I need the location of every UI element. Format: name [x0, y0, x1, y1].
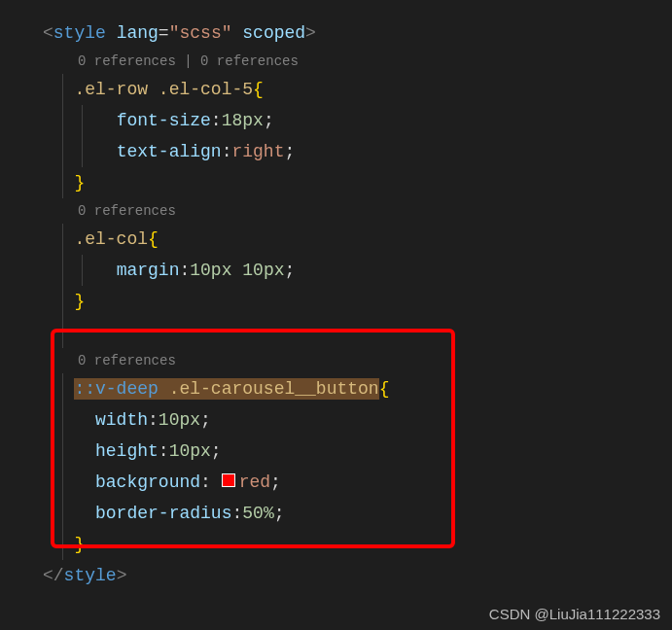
- codelens-references[interactable]: 0 references | 0 references: [0, 51, 672, 72]
- prop-height: height: [95, 441, 159, 461]
- code-line[interactable]: background: red;: [0, 467, 672, 498]
- tag-name: style: [53, 23, 106, 43]
- equals: =: [159, 23, 169, 43]
- prop-background: background: [95, 472, 200, 492]
- semicolon: ;: [285, 261, 296, 280]
- unit-percent: %: [264, 504, 274, 523]
- pseudo-colon: ::: [74, 379, 95, 399]
- unit-px: px: [264, 261, 285, 280]
- code-line[interactable]: }: [0, 529, 672, 560]
- code-line[interactable]: }: [0, 167, 672, 198]
- pseudo-v-deep: v-deep: [95, 379, 159, 399]
- code-line[interactable]: width:10px;: [0, 404, 672, 436]
- semicolon: ;: [200, 410, 211, 430]
- prop-text-align: text-align: [117, 142, 222, 161]
- selector-el-col-5: .el-col-5: [159, 80, 253, 99]
- val-right: right: [231, 142, 284, 161]
- brace-close: }: [74, 535, 85, 554]
- tag-close-bracket: >: [117, 566, 127, 585]
- watermark-text: CSDN @LiuJia111222333: [489, 606, 660, 622]
- brace-close: }: [74, 292, 85, 311]
- code-line[interactable]: <style lang="scss" scoped>: [0, 18, 672, 49]
- brace-close: }: [74, 173, 85, 192]
- prop-margin: margin: [117, 261, 180, 280]
- prop-width: width: [95, 410, 148, 430]
- val-10: 10: [242, 261, 264, 280]
- semicolon: ;: [211, 441, 222, 461]
- attr-val-scss: "scss": [169, 23, 232, 43]
- code-line[interactable]: .el-col{: [0, 224, 672, 255]
- brace-open: {: [148, 229, 159, 249]
- selector-el-col: .el-col: [74, 229, 148, 249]
- code-line[interactable]: ::v-deep .el-carousel__button{: [0, 373, 672, 404]
- tag-name: style: [64, 566, 117, 585]
- tag-close-open: </: [43, 566, 64, 585]
- semicolon: ;: [274, 504, 285, 523]
- code-line[interactable]: height:10px;: [0, 436, 672, 467]
- prop-border-radius: border-radius: [95, 504, 231, 523]
- unit-px: px: [211, 261, 232, 280]
- code-line[interactable]: }: [0, 286, 672, 317]
- val-10: 10: [190, 261, 211, 280]
- unit-px: px: [190, 441, 211, 461]
- val-50: 50: [242, 504, 264, 523]
- codelens-references[interactable]: 0 references: [0, 200, 672, 222]
- semicolon: ;: [284, 142, 295, 161]
- semicolon: ;: [264, 111, 274, 130]
- attr-scoped: scoped: [242, 23, 305, 43]
- unit-px: px: [242, 111, 264, 130]
- val-red: red: [239, 472, 270, 492]
- color-swatch-icon[interactable]: [222, 473, 235, 487]
- code-line[interactable]: margin:10px 10px;: [0, 255, 672, 286]
- brace-open: {: [253, 80, 264, 99]
- semicolon: ;: [270, 472, 281, 492]
- selector-el-row: .el-row: [74, 80, 148, 99]
- code-line[interactable]: .el-row .el-col-5{: [0, 74, 672, 105]
- codelens-references[interactable]: 0 references: [0, 350, 672, 371]
- tag-open-bracket: <: [43, 23, 53, 43]
- code-line[interactable]: font-size:18px;: [0, 105, 672, 136]
- val-10: 10: [169, 441, 191, 461]
- selector-carousel-button: .el-carousel__button: [169, 379, 379, 399]
- val-18: 18: [222, 111, 243, 130]
- unit-px: px: [179, 410, 200, 430]
- brace-open: {: [379, 379, 390, 399]
- code-line[interactable]: [0, 317, 672, 348]
- tag-close-bracket: >: [305, 23, 316, 43]
- code-line[interactable]: </style>: [0, 560, 672, 591]
- code-line[interactable]: border-radius:50%;: [0, 498, 672, 529]
- prop-font-size: font-size: [117, 111, 211, 130]
- val-10: 10: [159, 410, 180, 430]
- code-line[interactable]: text-align:right;: [0, 136, 672, 167]
- attr-lang: lang: [117, 23, 159, 43]
- code-editor[interactable]: <style lang="scss" scoped> 0 references …: [0, 0, 672, 591]
